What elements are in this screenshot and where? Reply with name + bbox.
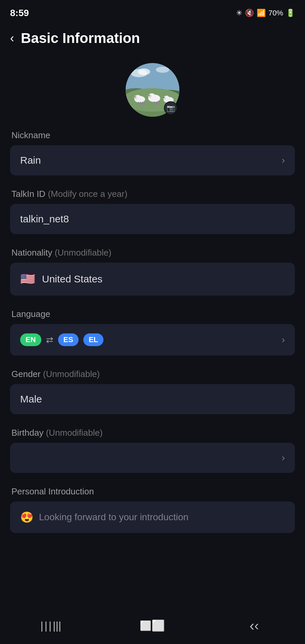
gender-label: Gender (Unmodifiable) [10, 369, 295, 379]
talkin-id-value: talkin_net8 [20, 213, 69, 225]
nickname-label: Nickname [10, 130, 295, 141]
system-back-button[interactable]: ‹ [241, 615, 268, 636]
birthday-label: Birthday (Unmodifiable) [10, 428, 295, 438]
lang-badge-en: EN [20, 333, 41, 346]
svg-rect-10 [138, 102, 139, 105]
status-bar: 8:59 ✳ 🔇 📶 70% 🔋 [0, 0, 305, 23]
nickname-chevron: › [282, 155, 285, 166]
header: ‹ Basic Information [0, 23, 305, 56]
personal-intro-placeholder: Looking forward to your introduction [39, 512, 188, 523]
nationality-label: Nationality (Unmodifiable) [10, 248, 295, 258]
svg-rect-13 [144, 102, 145, 105]
system-back-icon: ‹ [254, 618, 259, 633]
status-time: 8:59 [10, 8, 29, 18]
avatar-wrapper[interactable]: 📷 [126, 63, 179, 117]
svg-point-30 [164, 97, 165, 98]
nationality-value: United States [42, 273, 102, 285]
talkin-id-label: TalkIn ID (Modify once a year) [10, 189, 295, 199]
svg-point-15 [135, 97, 136, 98]
svg-point-14 [134, 96, 137, 100]
camera-icon: 📷 [167, 104, 175, 112]
svg-rect-11 [140, 102, 141, 105]
battery-icon: 🔋 [286, 9, 295, 17]
gender-value: Male [20, 393, 42, 405]
avatar-section: 📷 [0, 56, 305, 130]
page-title: Basic Information [21, 30, 140, 46]
mute-icon: 🔇 [245, 9, 254, 17]
birthday-field-group: Birthday (Unmodifiable) › [10, 428, 295, 473]
talkin-id-box: talkin_net8 [10, 204, 295, 234]
svg-point-6 [138, 68, 150, 75]
svg-point-23 [149, 95, 150, 96]
birthday-box[interactable]: › [10, 443, 295, 473]
nickname-value: Rain [20, 155, 41, 166]
svg-rect-19 [154, 102, 155, 105]
svg-rect-20 [156, 102, 157, 105]
personal-intro-field-group: Personal Introduction 😍 Looking forward … [10, 486, 295, 533]
language-chevron: › [282, 334, 285, 345]
svg-point-7 [156, 67, 169, 73]
bluetooth-icon: ✳ [236, 9, 242, 17]
language-badges-row: EN ⇄ ES EL [20, 333, 282, 346]
lang-badge-es: ES [58, 333, 79, 346]
lang-badge-el: EL [83, 333, 103, 346]
gender-field-group: Gender (Unmodifiable) Male [10, 369, 295, 414]
wifi-icon: 📶 [257, 9, 266, 17]
language-label: Language [10, 309, 295, 319]
bottom-nav: ||| ⬜ ‹ [0, 610, 305, 644]
form-container: Nickname Rain › TalkIn ID (Modify once a… [0, 130, 305, 533]
gender-box: Male [10, 384, 295, 414]
back-button[interactable]: ‹ [10, 31, 14, 45]
camera-badge[interactable]: 📷 [164, 101, 177, 115]
status-icons: ✳ 🔇 📶 70% 🔋 [236, 9, 295, 17]
personal-intro-box[interactable]: 😍 Looking forward to your introduction [10, 501, 295, 533]
talkin-id-field-group: TalkIn ID (Modify once a year) talkin_ne… [10, 189, 295, 234]
nationality-box: 🇺🇸 United States [10, 263, 295, 296]
recent-apps-button[interactable]: ||| [37, 615, 64, 636]
svg-rect-18 [151, 102, 152, 105]
battery-text: 70% [268, 9, 283, 17]
nickname-field-group: Nickname Rain › [10, 130, 295, 175]
nationality-row: 🇺🇸 United States [20, 272, 102, 286]
birthday-chevron: › [282, 452, 285, 463]
recent-apps-icon: ||| [53, 620, 61, 632]
intro-emoji: 😍 [20, 511, 34, 524]
language-field-group: Language EN ⇄ ES EL › [10, 309, 295, 356]
svg-point-29 [163, 97, 166, 100]
personal-intro-label: Personal Introduction [10, 486, 295, 497]
home-button[interactable]: ⬜ [139, 615, 166, 636]
language-box[interactable]: EN ⇄ ES EL › [10, 324, 295, 356]
svg-rect-12 [142, 102, 143, 105]
svg-rect-21 [158, 102, 160, 105]
home-icon: ⬜ [151, 619, 165, 632]
nationality-field-group: Nationality (Unmodifiable) 🇺🇸 United Sta… [10, 248, 295, 296]
us-flag-icon: 🇺🇸 [20, 272, 35, 286]
svg-point-22 [148, 94, 151, 98]
language-transfer-icon: ⇄ [46, 335, 53, 345]
nickname-box[interactable]: Rain › [10, 145, 295, 175]
